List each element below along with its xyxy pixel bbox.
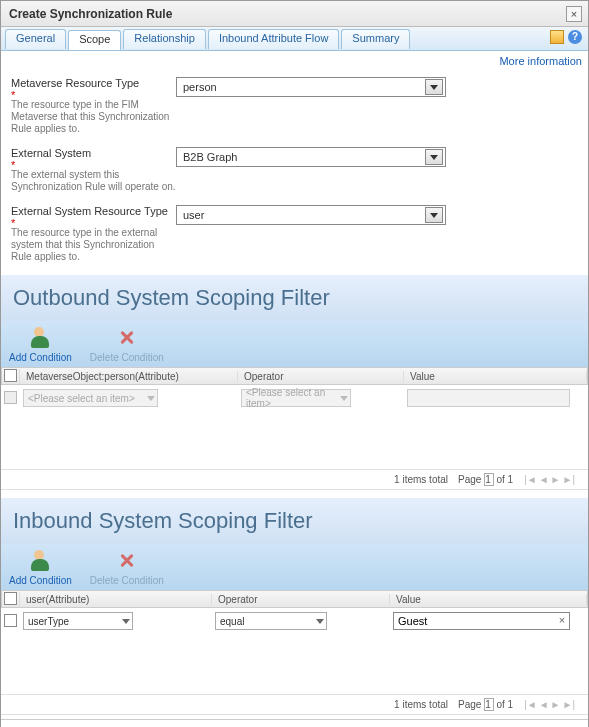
select-metaverse-resource-type[interactable]: person <box>176 77 446 97</box>
last-page-icon: ►| <box>563 699 576 710</box>
required-marker: * <box>11 217 176 223</box>
select-external-resource-type[interactable]: user <box>176 205 446 225</box>
pager-buttons: |◄◄►►| <box>523 699 576 710</box>
label-metaverse-resource-type: Metaverse Resource Type <box>11 77 139 89</box>
required-marker: * <box>11 89 176 95</box>
help-external-resource-type: The resource type in the external system… <box>11 227 176 263</box>
select-value: user <box>183 209 204 221</box>
col-attribute: MetaverseObject:person(Attribute) <box>20 371 238 382</box>
section-outbound-header: Outbound System Scoping Filter <box>1 275 588 321</box>
label-external-system: External System <box>11 147 91 159</box>
inbound-pager: 1 items total Page 1 of 1 |◄◄►►| <box>1 694 588 715</box>
chevron-down-icon <box>425 207 443 223</box>
select-external-system[interactable]: B2B Graph <box>176 147 446 167</box>
prev-page-icon: ◄ <box>539 474 549 485</box>
row-checkbox <box>4 391 17 404</box>
outbound-heading: Outbound System Scoping Filter <box>13 285 576 311</box>
operator-select[interactable]: equal <box>215 612 327 630</box>
field-external-system: External System * The external system th… <box>11 147 578 193</box>
section-inbound-header: Inbound System Scoping Filter <box>1 498 588 544</box>
row-checkbox[interactable] <box>4 614 17 627</box>
prev-page-icon: ◄ <box>539 699 549 710</box>
col-value: Value <box>390 594 587 605</box>
new-icon[interactable] <box>550 30 564 44</box>
field-external-resource-type: External System Resource Type * The reso… <box>11 205 578 263</box>
add-condition-button[interactable]: Add Condition <box>9 550 72 586</box>
first-page-icon: |◄ <box>524 474 537 485</box>
attribute-select[interactable]: userType <box>23 612 133 630</box>
operator-select: <Please select an item> <box>241 389 351 407</box>
more-information-link[interactable]: More information <box>499 55 582 67</box>
inbound-heading: Inbound System Scoping Filter <box>13 508 576 534</box>
delete-x-icon <box>116 327 138 349</box>
more-info-row: More information <box>1 51 588 71</box>
chevron-down-icon <box>425 149 443 165</box>
select-all-checkbox[interactable] <box>4 369 17 382</box>
delete-condition-button: Delete Condition <box>90 550 164 586</box>
next-page-icon: ► <box>551 699 561 710</box>
help-metaverse-resource-type: The resource type in the FIM Metaverse t… <box>11 99 176 135</box>
dialog-footer: * Requires input < Back Next > Finish Ca… <box>1 719 588 727</box>
select-all-checkbox[interactable] <box>4 592 17 605</box>
items-total: 1 items total <box>394 474 448 485</box>
outbound-toolbar: Add Condition Delete Condition <box>1 321 588 367</box>
col-operator: Operator <box>212 594 390 605</box>
tabbar-tools: ? <box>550 30 582 44</box>
tab-scope[interactable]: Scope <box>68 30 121 50</box>
close-button[interactable]: × <box>566 6 582 22</box>
help-icon[interactable]: ? <box>568 30 582 44</box>
next-page-icon: ► <box>551 474 561 485</box>
inbound-grid-row: userType equal × <box>1 610 588 632</box>
items-total: 1 items total <box>394 699 448 710</box>
add-condition-button[interactable]: Add Condition <box>9 327 72 363</box>
outbound-pager: 1 items total Page 1 of 1 |◄◄►►| <box>1 469 588 490</box>
select-value: B2B Graph <box>183 151 237 163</box>
dialog-window: Create Synchronization Rule × General Sc… <box>0 0 589 727</box>
title-bar: Create Synchronization Rule × <box>1 1 588 27</box>
pager-buttons: |◄◄►►| <box>523 474 576 485</box>
delete-condition-button: Delete Condition <box>90 327 164 363</box>
help-external-system: The external system this Synchronization… <box>11 169 176 193</box>
delete-x-icon <box>116 550 138 572</box>
outbound-grid-row: <Please select an item> <Please select a… <box>1 387 588 409</box>
col-value: Value <box>404 371 587 382</box>
tab-bar: General Scope Relationship Inbound Attri… <box>1 27 588 51</box>
inbound-grid-header: user(Attribute) Operator Value <box>1 590 588 608</box>
dialog-title: Create Synchronization Rule <box>9 7 172 21</box>
chevron-down-icon <box>425 79 443 95</box>
tab-general[interactable]: General <box>5 29 66 49</box>
attribute-select: <Please select an item> <box>23 389 158 407</box>
value-input[interactable] <box>393 612 570 630</box>
tab-summary[interactable]: Summary <box>341 29 410 49</box>
label-external-resource-type: External System Resource Type <box>11 205 168 217</box>
clear-input-icon[interactable]: × <box>556 614 568 626</box>
tab-inbound-attribute-flow[interactable]: Inbound Attribute Flow <box>208 29 339 49</box>
add-person-icon <box>29 327 51 349</box>
outbound-grid-header: MetaverseObject:person(Attribute) Operat… <box>1 367 588 385</box>
field-metaverse-resource-type: Metaverse Resource Type * The resource t… <box>11 77 578 135</box>
add-person-icon <box>29 550 51 572</box>
value-input <box>407 389 570 407</box>
last-page-icon: ►| <box>563 474 576 485</box>
page-number-input[interactable]: 1 <box>484 698 494 711</box>
col-operator: Operator <box>238 371 404 382</box>
required-marker: * <box>11 159 176 165</box>
scope-panel: Metaverse Resource Type * The resource t… <box>1 71 588 719</box>
first-page-icon: |◄ <box>524 699 537 710</box>
inbound-toolbar: Add Condition Delete Condition <box>1 544 588 590</box>
col-attribute: user(Attribute) <box>20 594 212 605</box>
select-value: person <box>183 81 217 93</box>
tab-relationship[interactable]: Relationship <box>123 29 206 49</box>
page-number-input[interactable]: 1 <box>484 473 494 486</box>
